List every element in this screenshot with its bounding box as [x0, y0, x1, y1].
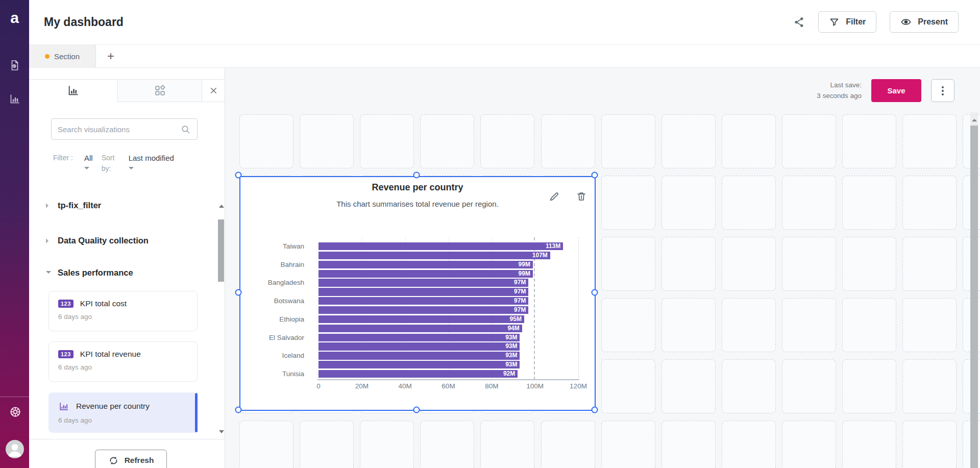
bar[interactable]: 92M — [318, 370, 518, 378]
scroll-down-arrow-icon[interactable] — [219, 430, 224, 436]
present-button[interactable]: Present — [890, 11, 959, 33]
resize-handle[interactable] — [235, 289, 242, 296]
resize-handle[interactable] — [413, 407, 420, 413]
grid-cell[interactable] — [662, 298, 716, 352]
tab-widgets[interactable] — [117, 80, 202, 102]
grid-cell[interactable] — [662, 421, 716, 468]
close-panel-button[interactable] — [202, 80, 225, 102]
grid-cell[interactable] — [300, 114, 354, 168]
bar[interactable]: 93M — [318, 342, 520, 350]
grid-cell[interactable] — [601, 421, 655, 468]
grid-cell[interactable] — [601, 176, 655, 230]
grid-cell[interactable] — [722, 298, 776, 352]
grid-cell[interactable] — [842, 421, 896, 468]
grid-cell[interactable] — [662, 359, 716, 413]
refresh-button[interactable]: Refresh — [95, 450, 167, 468]
grid-cell[interactable] — [842, 114, 896, 168]
filter-button[interactable]: Filter — [818, 11, 876, 33]
grid-cell[interactable] — [782, 114, 836, 168]
grid-cell[interactable] — [662, 114, 716, 168]
grid-cell[interactable] — [420, 114, 474, 168]
user-avatar[interactable] — [6, 440, 24, 458]
grid-cell[interactable] — [360, 114, 414, 168]
grid-cell[interactable] — [902, 114, 957, 168]
grid-cell[interactable] — [239, 114, 293, 168]
share-icon[interactable] — [793, 16, 805, 28]
grid-cell[interactable] — [239, 421, 293, 468]
resize-handle[interactable] — [592, 289, 598, 296]
resize-handle[interactable] — [592, 172, 598, 179]
bar[interactable]: 95M — [318, 315, 524, 323]
grid-cell[interactable] — [601, 359, 655, 413]
grid-cell[interactable] — [842, 298, 896, 352]
collection-data-quality[interactable]: Data Quality collection — [46, 236, 149, 245]
grid-cell[interactable] — [601, 114, 655, 168]
collection-tp-fix-filter[interactable]: tp-fix_filter — [46, 201, 101, 210]
grid-cell[interactable] — [782, 237, 836, 291]
scroll-up-arrow-icon[interactable] — [219, 202, 224, 208]
viz-item-revenue-per-country[interactable]: Revenue per country 6 days ago — [48, 392, 198, 433]
charts-icon[interactable] — [9, 93, 21, 105]
grid-cell[interactable] — [902, 359, 957, 413]
settings-wheel-icon[interactable] — [9, 405, 21, 417]
bar[interactable]: 93M — [318, 352, 520, 359]
grid-cell[interactable] — [842, 176, 896, 230]
bar[interactable]: 97M — [318, 306, 528, 314]
grid-cell[interactable] — [902, 237, 957, 291]
viz-item-kpi-total-cost[interactable]: 123 KPI total cost 6 days ago — [48, 291, 198, 331]
grid-cell[interactable] — [722, 237, 776, 291]
grid-cell[interactable] — [782, 298, 836, 352]
grid-cell[interactable] — [782, 359, 836, 413]
panel-scrollbar-thumb[interactable] — [218, 219, 224, 282]
bar[interactable]: 97M — [318, 288, 528, 295]
app-logo[interactable]: a — [0, 9, 29, 27]
grid-cell[interactable] — [480, 114, 534, 168]
dashboards-icon[interactable] — [9, 59, 21, 71]
grid-cell[interactable] — [300, 421, 354, 468]
grid-cell[interactable] — [601, 237, 655, 291]
bar[interactable]: 99M — [318, 270, 533, 278]
grid-cell[interactable] — [601, 298, 655, 352]
widget-selection[interactable]: Revenue per country This chart summarise… — [239, 176, 596, 411]
resize-handle[interactable] — [235, 172, 242, 179]
bar[interactable]: 113M — [318, 242, 563, 250]
bar[interactable]: 97M — [318, 297, 528, 305]
grid-cell[interactable] — [480, 421, 534, 468]
viz-item-kpi-total-revenue[interactable]: 123 KPI total revenue 6 days ago — [48, 341, 198, 382]
bar[interactable]: 97M — [318, 279, 528, 286]
grid-cell[interactable] — [722, 421, 776, 468]
save-button[interactable]: Save — [871, 79, 921, 102]
bar[interactable]: 94M — [318, 325, 522, 332]
grid-cell[interactable] — [722, 114, 776, 168]
bar[interactable]: 99M — [318, 261, 533, 268]
resize-handle[interactable] — [592, 407, 598, 413]
grid-cell[interactable] — [360, 421, 414, 468]
canvas-scrollbar[interactable] — [970, 112, 978, 468]
filter-value-dropdown[interactable]: All — [84, 153, 93, 174]
grid-cell[interactable] — [902, 421, 957, 468]
grid-cell[interactable] — [902, 298, 957, 352]
grid-cell[interactable] — [842, 359, 896, 413]
grid-cell[interactable] — [662, 176, 716, 230]
grid-cell[interactable] — [420, 421, 474, 468]
collection-sales-performance[interactable]: Sales performance — [46, 268, 133, 278]
sort-value-dropdown[interactable]: Last modified — [129, 153, 174, 174]
tab-section[interactable]: Section — [29, 45, 96, 67]
canvas-scrollbar-thumb[interactable] — [970, 126, 978, 468]
grid-cell[interactable] — [722, 176, 776, 230]
add-section-tab[interactable]: + — [96, 45, 126, 67]
grid-cell[interactable] — [782, 176, 836, 230]
bar[interactable]: 93M — [318, 334, 520, 341]
tab-visualizations[interactable] — [29, 80, 117, 102]
grid-cell[interactable] — [541, 114, 595, 168]
bar[interactable]: 107M — [318, 252, 550, 259]
grid-cell[interactable] — [722, 359, 776, 413]
scroll-up-arrow-icon[interactable] — [972, 116, 977, 121]
bar[interactable]: 93M — [318, 361, 520, 368]
resize-handle[interactable] — [235, 407, 242, 413]
search-input[interactable] — [58, 125, 180, 134]
grid-cell[interactable] — [662, 237, 716, 291]
grid-cell[interactable] — [842, 237, 896, 291]
grid-cell[interactable] — [541, 421, 595, 468]
grid-cell[interactable] — [902, 176, 957, 230]
